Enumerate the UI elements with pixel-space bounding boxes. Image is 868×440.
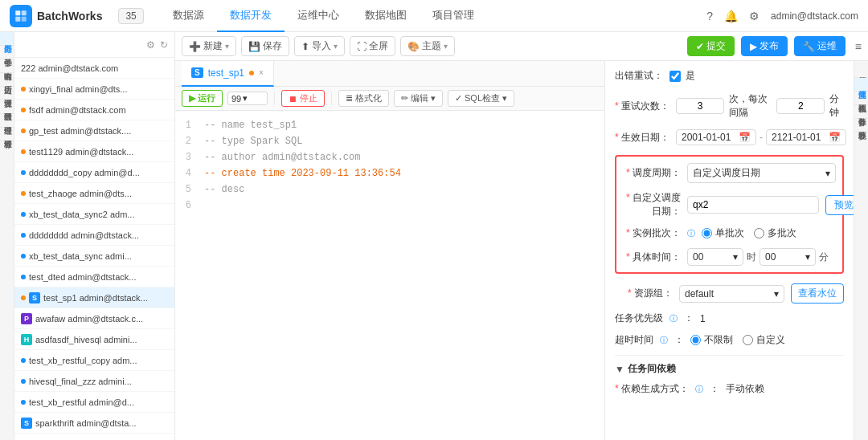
nav-item-datadev[interactable]: 数据开发	[217, 0, 285, 32]
right-label-dependency-view[interactable]: 依赖视图	[854, 92, 868, 105]
dot-icon	[21, 191, 26, 196]
settings-icon[interactable]: ⚙	[749, 10, 760, 22]
dependency-info-icon[interactable]: ⓘ	[695, 384, 703, 395]
left-section-run-history[interactable]: 运行历史	[0, 73, 14, 87]
line-number: 2	[175, 133, 198, 149]
code-editor[interactable]: 1 -- name test_sp1 2 -- type Spark SQL 3…	[175, 111, 604, 440]
dependency-type-row: 依赖生成方式： ⓘ ： 手动依赖	[615, 382, 844, 396]
edit-icon: ✏	[401, 93, 408, 104]
run-option-select[interactable]: 99 ▾	[227, 92, 268, 105]
sidebar-refresh-icon[interactable]: ↻	[160, 39, 168, 51]
sidebar-item-ddddddd-copy[interactable]: dddddddd_copy admin@d...	[14, 162, 174, 183]
submit-button[interactable]: ✔ 提交	[687, 36, 735, 56]
left-section-component[interactable]: 组件管理	[0, 114, 14, 128]
select-arrow-icon: ▾	[243, 93, 248, 104]
tab-test-sp1[interactable]: S test_sp1 ×	[182, 61, 274, 87]
svg-rect-2	[15, 16, 20, 21]
alert-icon[interactable]: 🔔	[724, 10, 738, 22]
left-section-tag[interactable]: 标签管理	[0, 128, 14, 141]
left-section-function[interactable]: 函数管理	[0, 100, 14, 114]
fullscreen-button[interactable]: ⛶ 全屏	[350, 36, 395, 56]
left-section-resource[interactable]: 资源管理	[0, 87, 14, 100]
priority-row: 任务优先级 ⓘ ： 1	[615, 312, 844, 325]
sidebar-item-asdfasdf-hivesql[interactable]: H asdfasdf_hivesql admini...	[14, 329, 174, 350]
custom-period-input[interactable]	[687, 196, 819, 214]
date-separator: -	[760, 132, 763, 143]
sidebar-item-gp-test[interactable]: gp_test admin@dtstack....	[14, 120, 174, 141]
sidebar-item-test-xb-restful[interactable]: test_xb_restful admin@d...	[14, 392, 174, 413]
run-button[interactable]: ▶ 运行	[182, 90, 223, 107]
error-retry-yes-label: 是	[686, 69, 695, 83]
timeout-custom-radio[interactable]: 自定义	[743, 333, 785, 347]
tab-close-icon[interactable]: ×	[259, 68, 264, 77]
badge-h-icon: H	[21, 334, 32, 345]
nav-item-ops[interactable]: 运维中心	[285, 0, 352, 32]
left-section-periodic-task[interactable]: 周期任务	[0, 32, 14, 46]
multi-batch-radio[interactable]: 多批次	[754, 226, 796, 240]
sidebar-item-sparkthrift[interactable]: S sparkthrift admin@dtsta...	[14, 413, 174, 434]
publish-button[interactable]: ▶ 发布	[741, 36, 788, 56]
left-section-temp-query[interactable]: 临时查询	[0, 59, 14, 73]
sidebar-item-xb-sync2[interactable]: xb_test_data_sync2 adm...	[14, 204, 174, 225]
save-button[interactable]: 💾 保存	[241, 36, 289, 56]
effective-date-label: 生效日期：	[615, 131, 669, 145]
theme-button[interactable]: 🎨 主题 ▾	[400, 36, 455, 56]
right-label-schedule[interactable]: 调度属性	[854, 78, 868, 92]
timeout-unlimited-radio[interactable]: 不限制	[690, 333, 733, 347]
sidebar-item-dddddddd[interactable]: dddddddd admin@dtstack...	[14, 225, 174, 246]
format-button[interactable]: ≣ 格式化	[338, 90, 389, 107]
priority-info-icon[interactable]: ⓘ	[669, 313, 678, 324]
right-label-basic[interactable]: 基础属性	[854, 64, 868, 78]
retry-count-row: 重试次数： 次，每次间隔 分钟	[615, 92, 844, 120]
sidebar-item-222[interactable]: 222 admin@dtstack.com	[14, 58, 174, 79]
import-button[interactable]: ⬆ 导入 ▾	[294, 36, 345, 56]
preview-button[interactable]: 预览	[825, 195, 854, 215]
retry-interval-input[interactable]	[776, 98, 825, 114]
sidebar-item-hivesql-zzz[interactable]: hivesql_final_zzz admini...	[14, 371, 174, 392]
sidebar-item-test1129[interactable]: test1129 admin@dtstack...	[14, 141, 174, 162]
sidebar-item-mysql-to-other[interactable]: mysql_to_other admin@d...	[14, 434, 174, 440]
edit-button[interactable]: ✏ 编辑 ▾	[394, 90, 443, 107]
stop-button[interactable]: ⏹ 停止	[281, 90, 325, 107]
line-number: 1	[175, 117, 198, 133]
sql-check-button[interactable]: ✓ SQL检查 ▾	[448, 90, 514, 107]
resource-group-row: 资源组： default ▾ 查看水位	[615, 283, 844, 304]
right-label-env-params[interactable]: 环境参数	[854, 119, 868, 132]
collapse-arrow-icon[interactable]: ▼	[615, 364, 624, 375]
sidebar-item-xingyi[interactable]: xingyi_final admin@dts...	[14, 79, 174, 100]
left-section-manual-task[interactable]: 手动任务	[0, 46, 14, 59]
ops-button[interactable]: 🔧 运维	[794, 36, 845, 56]
sidebar-item-awafaw[interactable]: P awafaw admin@dtstack.c...	[14, 308, 174, 329]
nav-item-project[interactable]: 项目管理	[420, 0, 487, 32]
effective-start-date[interactable]: 2001-01-01 📅	[676, 129, 756, 145]
error-retry-checkbox[interactable]	[669, 71, 681, 82]
right-panel: 出错重试： 是 重试次数： 次，每次间隔 分钟	[604, 61, 854, 440]
minute-select[interactable]: 00 ▾	[760, 248, 816, 266]
sidebar-item-xb-sync[interactable]: xb_test_data_sync admi...	[14, 246, 174, 267]
sidebar-item-fsdf[interactable]: fsdf admin@dtstack.com	[14, 100, 174, 120]
nav-item-datasource[interactable]: 数据源	[160, 0, 217, 32]
single-batch-radio[interactable]: 单批次	[702, 226, 744, 240]
right-label-task-params[interactable]: 任务参数	[854, 105, 868, 119]
sidebar-item-test-dted[interactable]: test_dted admin@dtstack...	[14, 267, 174, 287]
hour-select[interactable]: 00 ▾	[687, 248, 743, 266]
retry-count-input[interactable]	[676, 98, 724, 114]
resource-group-select[interactable]: default ▾	[679, 285, 784, 303]
schedule-period-select[interactable]: 自定义调度日期 ▾	[687, 163, 836, 183]
menu-icon[interactable]: ≡	[855, 40, 862, 53]
instance-info-icon[interactable]: ⓘ	[687, 228, 695, 239]
sidebar-settings-icon[interactable]: ⚙	[146, 39, 155, 51]
timeout-info-icon[interactable]: ⓘ	[660, 335, 668, 346]
nav-item-datamap[interactable]: 数据地图	[352, 0, 420, 32]
dot-icon	[21, 212, 26, 217]
view-water-button[interactable]: 查看水位	[791, 283, 844, 304]
help-icon[interactable]: ?	[706, 10, 713, 22]
sidebar-item-test-xb-restful-copy[interactable]: test_xb_restful_copy adm...	[14, 350, 174, 371]
hour-unit-label: 时	[747, 251, 756, 264]
effective-date-row: 生效日期： 2001-01-01 📅 - 2121-01-01 📅	[615, 129, 844, 145]
effective-end-date[interactable]: 2121-01-01 📅	[766, 129, 846, 145]
sidebar-item-test-sp1[interactable]: S test_sp1 admin@dtstack...	[14, 287, 174, 308]
sidebar-item-test-zhaoge[interactable]: test_zhaoge admin@dts...	[14, 183, 174, 204]
svg-rect-0	[15, 10, 20, 15]
new-button[interactable]: ➕ 新建 ▾	[182, 36, 236, 56]
